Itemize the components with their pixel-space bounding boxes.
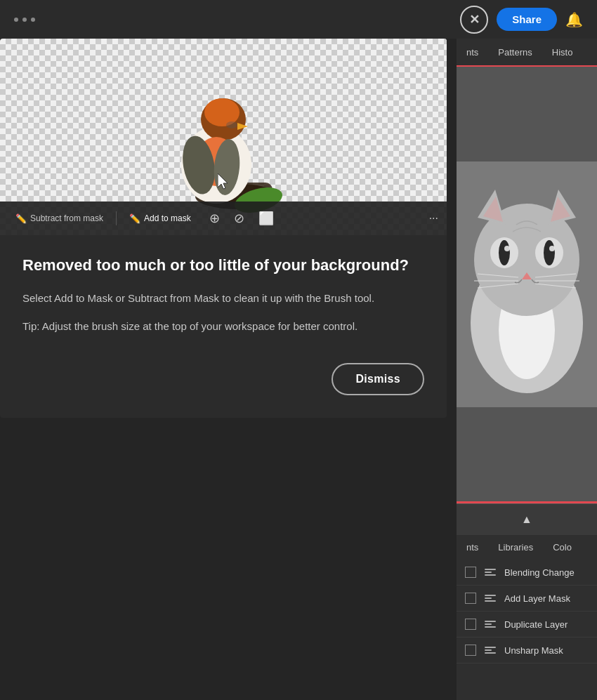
top-bar-left [14,18,35,22]
layer-icon-mask [483,591,497,605]
modal-tip: Tip: Adjust the brush size at the top of… [22,318,424,335]
checkbox-unsharp[interactable] [465,645,476,656]
history-item-label: Duplicate Layer [504,619,568,630]
toolbar-separator-1 [116,211,117,225]
bell-icon[interactable]: 🔔 [565,11,583,28]
subtract-label: Subtract from mask [30,213,103,223]
layer-icon-duplicate [483,617,497,631]
list-item[interactable]: Duplicate Layer [457,612,597,638]
right-tabs-bottom: nts Libraries Colo [457,535,597,560]
cat-image-area [457,67,597,501]
tab-libraries[interactable]: Libraries [488,535,543,560]
toolbar-strip: ✏️ Subtract from mask ✏️ Add to mask ⊕ ⊘… [0,202,447,235]
modal-overlay: ✏️ Subtract from mask ✏️ Add to mask ⊕ ⊘… [0,39,457,700]
tab-history[interactable]: Histo [542,39,583,65]
arrow-up-icon[interactable]: ▲ [521,513,532,526]
bird-image [118,49,329,225]
list-item[interactable]: Add Layer Mask [457,586,597,612]
cat-face [457,67,597,501]
checkbox-blending[interactable] [465,567,476,578]
main-area: ✏️ Subtract from mask ✏️ Add to mask ⊕ ⊘… [0,39,597,700]
top-bar: ✕ Share 🔔 [0,0,597,39]
modal-title: Removed too much or too little of your b… [22,255,424,276]
checkbox-layer-mask[interactable] [465,593,476,604]
close-icon: ✕ [469,12,480,27]
add-icon: ✏️ [129,213,140,224]
svg-point-27 [549,246,555,251]
tab-adjustments[interactable]: nts [457,39,488,65]
close-circle-button[interactable]: ✕ [460,6,488,34]
share-button[interactable]: Share [497,8,557,31]
modal-content: Removed too much or too little of your b… [0,235,447,418]
history-item-label: Blending Change [504,567,575,578]
icon-button-1[interactable]: ⊕ [204,208,225,229]
list-item[interactable]: Blending Change [457,560,597,586]
modal-card: ✏️ Subtract from mask ✏️ Add to mask ⊕ ⊘… [0,39,447,418]
modal-body: Select Add to Mask or Subtract from Mask… [22,290,424,307]
layer-icon-unsharp [483,643,497,657]
cat-svg [457,161,597,407]
subtract-icon: ✏️ [15,213,27,224]
dot-3 [31,18,35,22]
icon-button-3[interactable]: ⬜ [253,208,280,229]
svg-marker-13 [218,173,228,189]
tab-adjustments-bottom[interactable]: nts [457,535,488,560]
toolbar-more-icon[interactable]: ··· [429,212,438,225]
list-item[interactable]: Unsharp Mask [457,638,597,663]
history-item-label: Unsharp Mask [504,645,563,656]
svg-point-25 [544,240,555,265]
arrow-area: ▲ [457,503,597,535]
editor-panel: ✏️ Subtract from mask ✏️ Add to mask ⊕ ⊘… [0,39,457,700]
bird-image-area: ✏️ Subtract from mask ✏️ Add to mask ⊕ ⊘… [0,39,447,235]
right-tabs-top: nts Patterns Histo [457,39,597,67]
dismiss-button[interactable]: Dismiss [332,363,424,395]
dot-1 [14,18,18,22]
layer-icon-blending [483,565,497,579]
top-bar-right: ✕ Share 🔔 [460,6,583,34]
dot-2 [22,18,27,22]
history-item-label: Add Layer Mask [504,593,570,604]
add-to-mask-button[interactable]: ✏️ Add to mask [122,211,198,227]
checkbox-duplicate[interactable] [465,619,476,630]
svg-point-24 [499,240,510,265]
tab-patterns[interactable]: Patterns [488,39,542,65]
icon-button-2[interactable]: ⊘ [228,208,250,229]
add-label: Add to mask [144,213,191,223]
cursor-icon [218,173,232,190]
tab-color[interactable]: Colo [543,535,582,560]
right-panel: nts Patterns Histo [457,39,597,700]
svg-point-26 [504,246,510,251]
modal-footer: Dismiss [22,363,424,395]
history-panel: Blending Change Add Layer Mask [457,560,597,700]
cursor [218,173,232,193]
svg-point-12 [226,121,237,128]
subtract-from-mask-button[interactable]: ✏️ Subtract from mask [8,211,110,227]
